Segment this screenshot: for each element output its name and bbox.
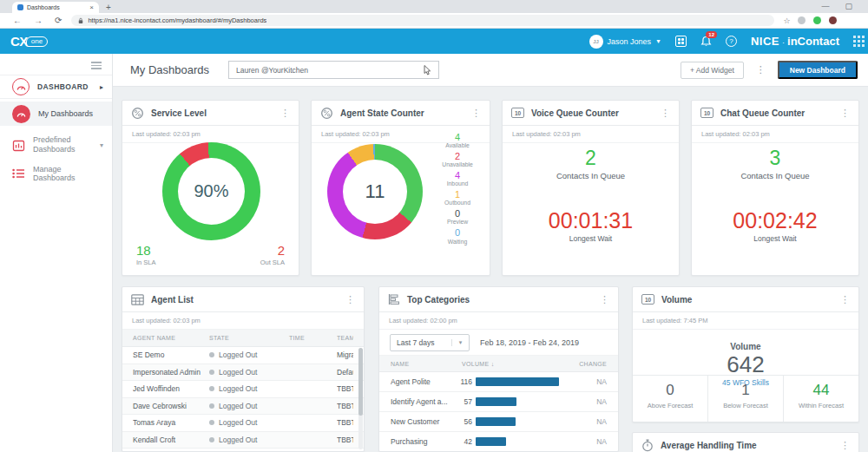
contacts-in-queue-label: Contacts In Queue bbox=[692, 171, 858, 180]
widget-kebab-menu[interactable]: ⋮ bbox=[600, 294, 609, 305]
header-kebab-menu[interactable]: ⋮ bbox=[753, 64, 769, 75]
widget-kebab-menu[interactable]: ⋮ bbox=[840, 294, 850, 305]
table-row[interactable]: Austin BrownLogged OutTBBT Te bbox=[122, 449, 364, 452]
table-row[interactable]: Impersonated AdminLogged OutDefaultT bbox=[122, 364, 364, 382]
user-avatar: JJ bbox=[589, 35, 603, 49]
agent-state-donut: 11 bbox=[327, 144, 423, 239]
forecast-stat: 0Above Forecast bbox=[633, 376, 707, 422]
widget-top-categories: Top Categories ⋮ Last updated: 02:00 pm … bbox=[378, 286, 619, 452]
widget-agent-list: Agent List ⋮ Last updated: 02:03 pm AGEN… bbox=[122, 286, 365, 452]
tab-favicon-icon bbox=[17, 4, 23, 10]
out-sla-stat: 2 Out SLA bbox=[260, 243, 285, 266]
apps-icon[interactable] bbox=[675, 36, 687, 47]
table-row[interactable]: Agent Polite116NA bbox=[379, 372, 618, 392]
widget-kebab-menu[interactable]: ⋮ bbox=[280, 108, 290, 119]
table-row[interactable]: Kendall CroftLogged OutTBBT Te bbox=[122, 432, 364, 449]
sidebar-item-manage-dashboards[interactable]: Manage Dashboards bbox=[0, 163, 112, 184]
tab-close-icon[interactable]: × bbox=[89, 4, 94, 11]
gauge-icon bbox=[12, 78, 30, 95]
dashboard-name-input[interactable]: Lauren @YourKitchen bbox=[228, 61, 439, 79]
new-dashboard-button[interactable]: New Dashboard bbox=[778, 61, 858, 79]
sidebar-section-dashboard[interactable]: DASHBOARD ▸ bbox=[0, 75, 112, 99]
agent-list-scrollbar[interactable] bbox=[358, 348, 363, 449]
stopwatch-icon bbox=[641, 439, 654, 452]
chevron-right-icon: ▸ bbox=[100, 83, 103, 91]
forward-button[interactable]: → bbox=[34, 16, 43, 25]
user-menu[interactable]: JJ Jason Jones ▼ bbox=[589, 35, 661, 49]
window-maximize-button[interactable]: ▢ bbox=[845, 3, 852, 10]
browser-window: Dashboards × + — ▢ ← → ⟳ https://na1.nic… bbox=[0, 0, 868, 452]
address-bar[interactable]: https://na1.nice-incontact.com/mydashboa… bbox=[71, 15, 774, 26]
dashboard-grid: Service Level ⋮ Last updated: 02:03 pm 9… bbox=[113, 87, 868, 452]
sidebar-item-predefined-dashboards[interactable]: Predefined Dashboards ▾ bbox=[0, 130, 112, 160]
legend-item: 0Waiting bbox=[432, 227, 483, 244]
state-dot-icon bbox=[209, 386, 214, 391]
new-tab-button[interactable]: + bbox=[106, 2, 111, 13]
table-icon bbox=[131, 294, 144, 305]
state-dot-icon bbox=[209, 403, 214, 409]
counter-icon: 10 bbox=[641, 294, 654, 305]
table-row[interactable]: Jed WoffindenLogged OutTBBT Te bbox=[122, 381, 364, 398]
chevron-down-icon: ▾ bbox=[451, 339, 469, 346]
date-range-text: Feb 18, 2019 - Feb 24, 2019 bbox=[480, 338, 579, 347]
sidebar-item-my-dashboards[interactable]: My Dashboards bbox=[0, 102, 112, 126]
sidebar-collapse-icon[interactable] bbox=[91, 62, 102, 69]
in-sla-stat: 18 In SLA bbox=[136, 243, 156, 266]
widget-kebab-menu[interactable]: ⋮ bbox=[840, 108, 850, 119]
legend-item: 2Unavailable bbox=[432, 151, 483, 167]
back-button[interactable]: ← bbox=[13, 16, 22, 25]
table-row[interactable]: Tomas ArayaLogged OutTBBT Te bbox=[122, 415, 364, 432]
forecast-stat: 44Within Forecast bbox=[783, 376, 858, 422]
bookmark-star-icon[interactable]: ☆ bbox=[783, 16, 790, 25]
waffle-menu-icon[interactable] bbox=[853, 36, 865, 47]
browser-profile-avatar[interactable] bbox=[829, 16, 837, 24]
url-text: https://na1.nice-incontact.com/mydashboa… bbox=[88, 16, 266, 24]
help-button[interactable]: ? bbox=[726, 36, 737, 47]
reload-button[interactable]: ⟳ bbox=[55, 16, 62, 25]
widget-chat-queue-counter: 10 Chat Queue Counter ⋮ Last updated: 02… bbox=[691, 100, 859, 276]
table-row[interactable]: Dave CebrowskiLogged OutTBBT Te bbox=[122, 398, 364, 416]
volume-bar bbox=[476, 437, 506, 446]
extension-icon[interactable] bbox=[798, 16, 806, 24]
widget-kebab-menu[interactable]: ⋮ bbox=[661, 108, 670, 119]
last-updated: Last updated: 02:00 pm bbox=[379, 312, 618, 330]
volume-bar bbox=[476, 397, 516, 406]
list-icon bbox=[12, 168, 25, 179]
volume-sort-header[interactable]: VOLUME ↓ bbox=[462, 361, 549, 367]
lock-icon bbox=[78, 17, 83, 24]
agent-state-legend: 4Available2Unavailable4Inbound1Outbound0… bbox=[432, 132, 483, 247]
table-row[interactable]: Purchasing42NA bbox=[379, 432, 618, 452]
table-row[interactable]: New Customer56NA bbox=[379, 412, 618, 432]
widget-average-handling-time: Average Handling Time ⋮ bbox=[632, 432, 859, 452]
widget-kebab-menu[interactable]: ⋮ bbox=[840, 440, 850, 451]
agent-list-body: SE DemoLogged OutMigratioImpersonated Ad… bbox=[122, 347, 364, 452]
sidebar: DASHBOARD ▸ My Dashboards Predefined Das… bbox=[0, 54, 113, 452]
window-minimize-button[interactable]: — bbox=[821, 3, 829, 10]
nice-incontact-logo: NICE · inContact bbox=[751, 35, 839, 48]
legend-item: 4Available bbox=[432, 132, 483, 148]
legend-item: 4Inbound bbox=[432, 170, 483, 187]
extension-green-icon[interactable] bbox=[813, 16, 821, 24]
widget-kebab-menu[interactable]: ⋮ bbox=[471, 108, 481, 119]
notifications-button[interactable]: 12 bbox=[700, 36, 712, 48]
widget-agent-state-counter: Agent State Counter ⋮ Last updated: 02:0… bbox=[311, 100, 490, 276]
volume-bar bbox=[476, 377, 559, 386]
notification-badge: 12 bbox=[706, 31, 717, 38]
cxone-logo[interactable]: CX one bbox=[10, 34, 48, 49]
volume-label: Volume bbox=[633, 342, 858, 351]
browser-tab[interactable]: Dashboards × bbox=[12, 2, 99, 13]
longest-wait-value: 00:01:31 bbox=[503, 210, 679, 232]
state-dot-icon bbox=[209, 352, 214, 357]
widget-kebab-menu[interactable]: ⋮ bbox=[345, 294, 355, 305]
table-row[interactable]: Identify Agent a...57NA bbox=[379, 392, 618, 412]
longest-wait-value: 00:02:42 bbox=[692, 210, 858, 232]
date-range-select[interactable]: Last 7 days ▾ bbox=[390, 334, 470, 351]
browser-toolbar: ← → ⟳ https://na1.nice-incontact.com/myd… bbox=[0, 13, 868, 29]
state-dot-icon bbox=[209, 420, 214, 425]
widget-service-level: Service Level ⋮ Last updated: 02:03 pm 9… bbox=[122, 100, 299, 276]
table-row[interactable]: SE DemoLogged OutMigratio bbox=[122, 347, 364, 364]
add-widget-button[interactable]: + Add Widget bbox=[681, 62, 744, 79]
contacts-in-queue-value: 3 bbox=[692, 148, 858, 168]
state-dot-icon bbox=[209, 370, 214, 375]
page-header: My Dashboards Lauren @YourKitchen + Add … bbox=[113, 54, 868, 87]
